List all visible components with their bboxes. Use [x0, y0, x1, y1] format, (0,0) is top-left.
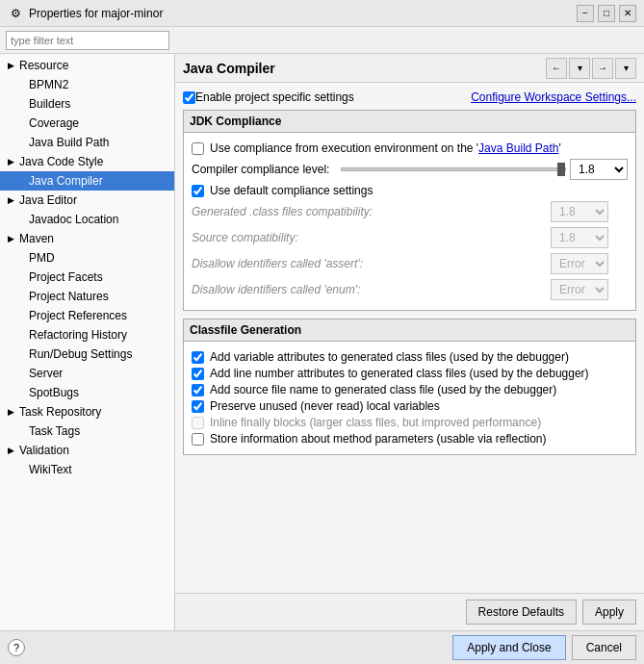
spacer-javadoc-location: [15, 215, 25, 224]
sidebar-item-project-facets[interactable]: Project Facets: [0, 268, 174, 287]
compliance-level-select[interactable]: 1.8 1.7 1.6: [570, 159, 628, 180]
footer-bar: ? Apply and Close Cancel: [0, 630, 644, 664]
use-compliance-checkbox[interactable]: [192, 142, 204, 155]
expand-icon-java-code-style: ▶: [6, 157, 15, 166]
sidebar-label-resource: Resource: [19, 59, 68, 72]
classfile-option-label-2[interactable]: Add source file name to generated class …: [210, 383, 556, 396]
sidebar-item-bpmn2[interactable]: BPMN2: [0, 75, 174, 94]
compliance-row-select: Error: [551, 253, 608, 274]
bottom-bar: Restore Defaults Apply: [175, 593, 644, 630]
compliance-row-select: 1.8: [551, 201, 608, 222]
panel-header: Java Compiler ← ▾ → ▾: [175, 54, 644, 83]
sidebar-item-refactoring-history[interactable]: Refactoring History: [0, 325, 174, 345]
sidebar-item-validation[interactable]: ▶Validation: [0, 441, 174, 460]
sidebar-item-server[interactable]: Server: [0, 364, 174, 383]
help-icon[interactable]: ?: [8, 639, 25, 656]
nav-forward-button[interactable]: →: [592, 58, 613, 79]
sidebar-label-project-facets: Project Facets: [29, 270, 103, 284]
window-icon: ⚙: [8, 6, 23, 21]
classfile-generation-section: Classfile Generation Add variable attrib…: [183, 319, 636, 455]
maximize-button[interactable]: □: [598, 5, 615, 22]
sidebar-item-java-code-style[interactable]: ▶Java Code Style: [0, 152, 174, 171]
apply-button[interactable]: Apply: [582, 600, 636, 625]
sidebar-label-run-debug-settings: Run/Debug Settings: [29, 347, 132, 361]
apply-and-close-button[interactable]: Apply and Close: [452, 635, 565, 660]
spacer-project-references: [15, 311, 25, 320]
nav-back-dropdown[interactable]: ▾: [569, 58, 590, 79]
sidebar-item-spotbugs[interactable]: SpotBugs: [0, 383, 174, 402]
spacer-java-compiler: [15, 176, 25, 186]
use-compliance-label[interactable]: Use compliance from execution environmen…: [210, 141, 561, 155]
sidebar-item-project-natures[interactable]: Project Natures: [0, 287, 174, 306]
classfile-option-label-1[interactable]: Add line number attributes to generated …: [210, 367, 589, 380]
expand-icon-java-editor: ▶: [6, 195, 15, 205]
filter-bar: [0, 27, 644, 54]
sidebar-label-task-tags: Task Tags: [29, 424, 80, 438]
classfile-option-checkbox-5[interactable]: [192, 433, 204, 446]
classfile-option-checkbox-3[interactable]: [192, 400, 204, 413]
classfile-option-label-3[interactable]: Preserve unused (never read) local varia…: [210, 399, 440, 413]
sidebar-label-spotbugs: SpotBugs: [29, 386, 79, 399]
classfile-option-checkbox-2[interactable]: [192, 384, 204, 396]
sidebar-label-java-code-style: Java Code Style: [19, 155, 103, 168]
jdk-compliance-section: JDK Compliance Use compliance from execu…: [183, 110, 636, 311]
spacer-builders: [15, 99, 25, 109]
sidebar-item-run-debug-settings[interactable]: Run/Debug Settings: [0, 345, 174, 364]
sidebar-item-task-tags[interactable]: Task Tags: [0, 421, 174, 441]
compliance-row-value-wrap: Error: [551, 253, 628, 274]
sidebar-item-resource[interactable]: ▶Resource: [0, 56, 174, 75]
sidebar-item-java-editor[interactable]: ▶Java Editor: [0, 191, 174, 210]
nav-buttons: ← ▾ → ▾: [546, 58, 636, 79]
java-build-path-link[interactable]: Java Build Path: [478, 141, 558, 155]
sidebar: ▶ResourceBPMN2BuildersCoverageJava Build…: [0, 54, 175, 630]
compliance-row-select: 1.8: [551, 227, 608, 248]
sidebar-item-java-compiler[interactable]: Java Compiler: [0, 171, 174, 191]
minimize-button[interactable]: −: [577, 5, 594, 22]
spacer-wikitext: [15, 465, 25, 474]
spacer-project-natures: [15, 292, 25, 301]
classfile-option-label-4: Inline finally blocks (larger class file…: [210, 416, 541, 429]
compliance-level-row: Compiler compliance level: 1.8 1.7 1.6: [192, 159, 628, 180]
sidebar-label-java-editor: Java Editor: [19, 193, 77, 207]
classfile-option-checkbox-1[interactable]: [192, 368, 204, 380]
panel-body: Enable project specific settings Configu…: [175, 83, 644, 593]
compliance-row: Generated .class files compatibility:1.8: [192, 200, 628, 223]
filter-input[interactable]: [6, 31, 169, 50]
sidebar-label-server: Server: [29, 367, 63, 380]
configure-workspace-link[interactable]: Configure Workspace Settings...: [471, 90, 636, 104]
sidebar-item-pmd[interactable]: PMD: [0, 248, 174, 268]
restore-defaults-button[interactable]: Restore Defaults: [466, 600, 577, 625]
close-button[interactable]: ✕: [619, 5, 636, 22]
enable-project-checkbox[interactable]: [183, 91, 195, 104]
sidebar-item-java-build-path[interactable]: Java Build Path: [0, 133, 174, 152]
sidebar-item-wikitext[interactable]: WikiText: [0, 460, 174, 479]
classfile-option-label-0[interactable]: Add variable attributes to generated cla…: [210, 350, 569, 364]
classfile-option-label-5[interactable]: Store information about method parameter…: [210, 432, 547, 446]
jdk-compliance-body: Use compliance from execution environmen…: [184, 133, 635, 310]
title-bar: ⚙ Properties for major-minor − □ ✕: [0, 0, 644, 27]
use-compliance-text: Use compliance from execution environmen…: [210, 141, 478, 155]
sidebar-item-javadoc-location[interactable]: Javadoc Location: [0, 210, 174, 229]
enable-project-row: Enable project specific settings Configu…: [183, 90, 636, 104]
sidebar-label-project-references: Project References: [29, 309, 127, 322]
compliance-row-value-wrap: 1.8: [551, 227, 628, 248]
nav-back-button[interactable]: ←: [546, 58, 567, 79]
compliance-slider[interactable]: [341, 167, 566, 171]
classfile-option-checkbox-0[interactable]: [192, 351, 204, 364]
sidebar-label-refactoring-history: Refactoring History: [29, 328, 127, 342]
use-default-label[interactable]: Use default compliance settings: [210, 184, 373, 197]
sidebar-item-coverage[interactable]: Coverage: [0, 114, 174, 133]
cancel-button[interactable]: Cancel: [572, 635, 636, 660]
sidebar-item-task-repository[interactable]: ▶Task Repository: [0, 402, 174, 421]
enable-project-label[interactable]: Enable project specific settings: [195, 90, 354, 104]
sidebar-label-maven: Maven: [19, 232, 54, 245]
body-split: ▶ResourceBPMN2BuildersCoverageJava Build…: [0, 54, 644, 630]
nav-forward-dropdown[interactable]: ▾: [615, 58, 636, 79]
sidebar-item-maven[interactable]: ▶Maven: [0, 229, 174, 248]
expand-icon-maven: ▶: [6, 234, 15, 243]
use-default-checkbox[interactable]: [192, 185, 204, 197]
sidebar-item-builders[interactable]: Builders: [0, 94, 174, 114]
sidebar-label-coverage: Coverage: [29, 116, 79, 130]
spacer-pmd: [15, 253, 25, 263]
sidebar-item-project-references[interactable]: Project References: [0, 306, 174, 325]
